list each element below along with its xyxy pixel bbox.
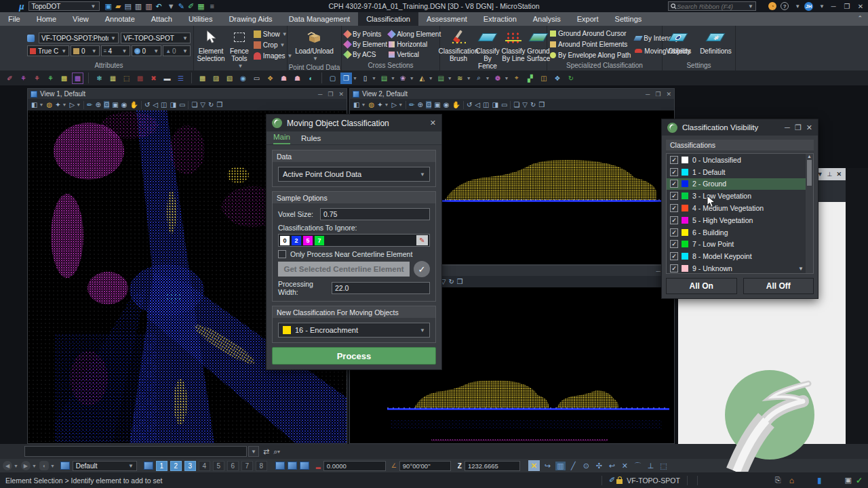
- help-caret-icon[interactable]: ▼: [795, 3, 800, 9]
- classify-by-line-button[interactable]: Classify By Line: [501, 28, 526, 63]
- checkbox-checked-icon[interactable]: ✓: [670, 168, 678, 176]
- classification-visibility-titlebar[interactable]: Classification Visibility ─ ❐ ✕: [662, 119, 818, 136]
- show-menu[interactable]: Show▼: [254, 29, 293, 39]
- line-weight-combo[interactable]: ≡ 4▼: [101, 45, 130, 56]
- classify-by-fence-button[interactable]: Classify By Fence: [475, 28, 500, 70]
- arrange-cascade-icon[interactable]: [275, 462, 285, 470]
- fence-tools-button[interactable]: Fence Tools▼: [228, 28, 251, 70]
- visibility-button[interactable]: Visibility: [664, 28, 692, 56]
- checkbox-checked-icon[interactable]: ✓: [670, 192, 678, 200]
- classification-row-0[interactable]: ✓ 0 - Unclassified: [667, 154, 813, 166]
- element-selection-button[interactable]: Element Selection: [197, 28, 225, 63]
- tab-extraction[interactable]: Extraction: [475, 12, 525, 26]
- view1-close-icon[interactable]: ✕: [338, 91, 344, 98]
- view2-toolbar[interactable]: ◧▼◍✦▼▷▼ ✏⊕⊡▣◉✋ ↺◁◫◨▭ ❏▽↻❒: [350, 99, 674, 110]
- snap-perpendicular-icon[interactable]: ⊥: [646, 462, 656, 470]
- view4-minimize-icon[interactable]: ─: [656, 268, 660, 274]
- crop-menu[interactable]: Crop▼: [254, 40, 293, 50]
- active-level-readout[interactable]: VF-TOPO-SPOT: [627, 476, 680, 485]
- classification-row-9[interactable]: ✓ 9 - Unknown ▼: [667, 262, 813, 274]
- minimize-button[interactable]: ─: [829, 3, 838, 10]
- tool-icon-10[interactable]: ▩: [134, 73, 146, 84]
- connect-advisor-icon[interactable]: ◔: [768, 2, 776, 10]
- tab-main[interactable]: Main: [273, 133, 290, 144]
- tool-icon-35[interactable]: ◫: [538, 73, 549, 84]
- z-readout[interactable]: 1232.6665: [465, 461, 520, 471]
- coordinate-readout[interactable]: 0.0000: [323, 461, 386, 471]
- pen-icon[interactable]: ✐: [188, 3, 194, 10]
- around-point-elements-button[interactable]: Around Point Elements: [550, 39, 631, 49]
- checkbox-checked-icon[interactable]: ✓: [670, 180, 678, 188]
- tool-icon-20[interactable]: ☗: [278, 73, 290, 84]
- classification-row-3[interactable]: ✓ 3 - Low Vegetation: [667, 190, 813, 202]
- by-acs-button[interactable]: By ACS: [344, 49, 387, 60]
- tool-icon-29[interactable]: ▤: [435, 73, 447, 84]
- snap-multi-icon[interactable]: ⬚: [658, 462, 669, 470]
- tool-icon-11[interactable]: ✖: [148, 73, 159, 84]
- view2-restore-icon[interactable]: ❐: [655, 91, 660, 98]
- checkbox-checked-icon[interactable]: ✓: [670, 204, 678, 212]
- view2-titlebar[interactable]: View 2, Default ─❐✕: [350, 89, 674, 99]
- view2-minimize-icon[interactable]: ─: [646, 91, 650, 98]
- tool-icon-30[interactable]: ≋: [454, 73, 466, 84]
- tool-icon-22[interactable]: ◐: [305, 73, 317, 84]
- checkbox-checked-icon[interactable]: ✓: [670, 264, 678, 272]
- tool-icon-21[interactable]: ☗: [292, 73, 303, 84]
- save-settings-icon[interactable]: ▥: [135, 3, 142, 10]
- classification-row-1[interactable]: ✓ 1 - Default: [667, 166, 813, 178]
- classification-brush-button[interactable]: Classification Brush: [443, 28, 474, 63]
- keyin-dropdown-icon[interactable]: ▼: [248, 446, 259, 457]
- process-button[interactable]: Process: [272, 347, 436, 365]
- ground-around-cursor-button[interactable]: Ground Around Cursor: [550, 28, 631, 39]
- view-toggle-6[interactable]: 6: [227, 461, 239, 471]
- account-caret-icon[interactable]: ▼: [819, 3, 825, 9]
- pin-icon[interactable]: ⊥: [827, 171, 833, 178]
- arrange-tile2-icon[interactable]: [288, 462, 297, 470]
- tab-annotate[interactable]: Annotate: [97, 12, 143, 26]
- home-icon[interactable]: ⌂: [789, 476, 794, 485]
- scroll-down-icon[interactable]: ▼: [798, 266, 804, 272]
- tool-icon-19[interactable]: ❖: [264, 73, 276, 84]
- keyin-swap-icon[interactable]: ⇄: [263, 447, 269, 456]
- tool-icon-7[interactable]: ❄: [94, 73, 105, 84]
- snap-nearest-icon[interactable]: ↪: [542, 462, 553, 470]
- view1-minimize-icon[interactable]: ─: [318, 91, 322, 98]
- tool-icon-18[interactable]: ▭: [251, 73, 262, 84]
- tool-icon-8[interactable]: ▦: [107, 73, 119, 84]
- help-icon[interactable]: ?: [781, 2, 789, 10]
- search-input[interactable]: [677, 3, 746, 10]
- tool-icon-14[interactable]: ▩: [197, 73, 208, 84]
- avatar[interactable]: JH: [804, 2, 813, 11]
- get-centerline-button[interactable]: Get Selected Centerline Element: [278, 262, 410, 277]
- all-on-button[interactable]: All On: [666, 278, 737, 294]
- edit-classifications-button[interactable]: ✎: [416, 235, 428, 245]
- tool-icon-34[interactable]: ▞: [524, 73, 536, 84]
- ignore-chip-0[interactable]: 0: [280, 236, 290, 245]
- horizontal-button[interactable]: Horizontal: [389, 39, 441, 49]
- restore-button[interactable]: ❐: [842, 3, 852, 10]
- checkbox-checked-icon[interactable]: ✓: [670, 156, 678, 164]
- view-toggle-7[interactable]: 7: [241, 461, 253, 471]
- tool-icon-37[interactable]: ↻: [565, 73, 576, 84]
- classification-row-2[interactable]: ✓ 2 - Ground: [667, 178, 813, 190]
- view1-titlebar[interactable]: View 1, Default ─❐✕: [28, 89, 347, 99]
- tool-icon-23[interactable]: ▢: [327, 73, 338, 84]
- tool-icon-1[interactable]: ✐: [4, 73, 16, 84]
- active-level-combo[interactable]: VF-TOPO-SPOT▼: [121, 33, 191, 43]
- tab-assessment[interactable]: Assessment: [418, 12, 475, 26]
- tab-data-management[interactable]: Data Management: [281, 12, 359, 26]
- scroll-thumb[interactable]: [807, 160, 812, 186]
- tool-icon-12[interactable]: ▬: [161, 73, 173, 84]
- marker-icon[interactable]: ✎: [178, 3, 184, 10]
- tab-classification[interactable]: Classification: [358, 12, 418, 26]
- tool-icon-27[interactable]: ❀: [397, 73, 409, 84]
- more-icon[interactable]: ≡: [210, 3, 214, 10]
- snap-origin-icon[interactable]: ✣: [594, 462, 604, 470]
- view-toggle-4[interactable]: 4: [199, 461, 210, 471]
- tool-icon-36[interactable]: ❖: [551, 73, 563, 84]
- tool-icon-32[interactable]: ❁: [492, 73, 504, 84]
- accudraw-icon[interactable]: ✕: [528, 460, 540, 471]
- classification-row-4[interactable]: ✓ 4 - Medium Vegetation: [667, 202, 813, 214]
- cv-close-icon[interactable]: ✕: [806, 123, 812, 132]
- processing-width-input[interactable]: [332, 282, 430, 294]
